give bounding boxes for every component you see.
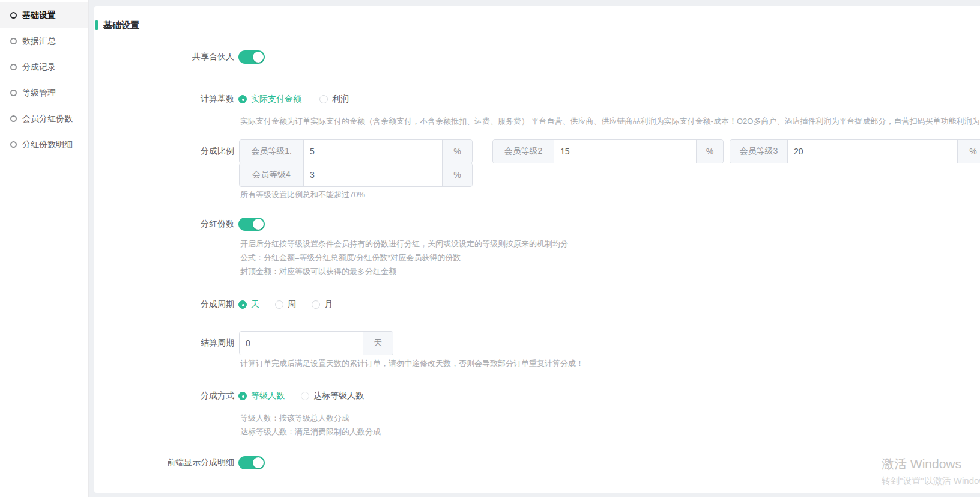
dividend-shares-description-1: 开启后分红按等级设置条件会员持有的份数进行分红，关闭或没设定的等级则按原来的机制… (240, 239, 568, 249)
radio-qualified-level-headcount[interactable]: 达标等级人数 (301, 391, 364, 401)
dividend-shares-toggle[interactable] (238, 218, 265, 231)
day-suffix: 天 (363, 332, 393, 355)
sidebar-item-label: 会员分红份数 (22, 114, 73, 124)
ratio-input-level1[interactable] (304, 140, 442, 163)
ratio-note: 所有等级设置比例总和不能超过70% (240, 189, 365, 200)
toggle-knob-icon (253, 52, 264, 63)
radio-actual-paid-amount[interactable]: 实际支付金额 (238, 94, 311, 105)
ratio-input-level3[interactable] (788, 140, 957, 163)
sidebar-item-member-dividend-shares[interactable]: 会员分红份数 (0, 106, 88, 132)
radio-week[interactable]: 周 (275, 299, 297, 310)
sidebar-item-basic-settings[interactable]: 基础设置 (0, 2, 88, 28)
settle-cycle-input[interactable] (240, 332, 363, 355)
radio-label: 天 (251, 299, 261, 310)
radio-icon (238, 392, 247, 400)
sidebar-item-dividend-share-details[interactable]: 分红份数明细 (0, 132, 88, 157)
settle-cycle-note: 计算订单完成后满足设置天数的累计订单，请勿中途修改天数，否则会导致部分订单重复计… (240, 358, 584, 369)
ratio-field-level1: 会员等级1. % (239, 139, 473, 163)
radio-day[interactable]: 天 (238, 299, 261, 310)
radio-icon (312, 300, 320, 309)
sidebar-item-share-records[interactable]: 分成记录 (0, 54, 88, 80)
settle-cycle-field: 天 (239, 331, 393, 355)
radio-label: 月 (324, 299, 333, 310)
calc-base-row: 计算基数 实际支付金额 利润 (94, 92, 980, 106)
ratio-field-prefix: 会员等级3 (730, 140, 788, 163)
method-row: 分成方式 等级人数 达标等级人数 (94, 389, 980, 403)
dividend-shares-description-3: 封顶金额：对应等级可以获得的最多分红金额 (240, 266, 396, 277)
ratio-field-prefix: 会员等级2 (493, 140, 554, 163)
percent-suffix: % (696, 140, 723, 163)
radio-month[interactable]: 月 (312, 299, 333, 310)
radio-level-headcount[interactable]: 等级人数 (238, 391, 287, 401)
front-display-row: 前端显示分成明细 (94, 456, 980, 469)
toggle-knob-icon (253, 219, 264, 230)
percent-suffix: % (957, 140, 980, 163)
ratio-field-prefix: 会员等级4 (240, 163, 304, 186)
ratio-label: 分成比例 (94, 139, 234, 163)
ratio-field-level4: 会员等级4 % (239, 163, 473, 187)
toggle-knob-icon (253, 457, 264, 468)
ratio-row-1: 分成比例 会员等级1. % 会员等级2 % 会员等级3 % (94, 139, 980, 163)
percent-suffix: % (442, 140, 472, 163)
ratio-input-level2[interactable] (554, 140, 696, 163)
card-header: 基础设置 (95, 20, 139, 31)
front-display-toggle[interactable] (238, 456, 265, 469)
sidebar-item-label: 等级管理 (22, 88, 56, 99)
calc-base-description: 实际支付金额为订单实际支付的金额（含余额支付，不含余额抵扣、运费、服务费） 平台… (240, 116, 980, 127)
radio-label: 实际支付金额 (251, 94, 311, 105)
settings-card: 基础设置 共享合伙人 计算基数 实际支付金额 利润 实际支付金额 (94, 6, 980, 493)
radio-label: 周 (288, 299, 297, 310)
method-description-2: 达标等级人数：满足消费限制的人数分成 (240, 427, 381, 438)
radio-icon (275, 300, 283, 309)
circle-icon (10, 38, 17, 44)
dividend-shares-row: 分红份数 (94, 218, 980, 231)
dividend-shares-label: 分红份数 (94, 218, 234, 231)
sidebar-item-label: 数据汇总 (22, 36, 56, 47)
circle-icon (10, 90, 17, 96)
accent-bar-icon (95, 20, 98, 30)
radio-icon (319, 95, 328, 103)
share-partner-toggle[interactable] (238, 50, 265, 64)
radio-label: 达标等级人数 (313, 391, 364, 401)
method-label: 分成方式 (94, 389, 234, 403)
method-description-1: 等级人数：按该等级总人数分成 (240, 413, 349, 424)
radio-profit[interactable]: 利润 (319, 94, 349, 105)
circle-icon (10, 64, 17, 70)
circle-icon (10, 141, 17, 148)
share-partner-label: 共享合伙人 (94, 50, 234, 64)
sidebar-item-label: 分成记录 (22, 62, 56, 73)
front-display-label: 前端显示分成明细 (94, 456, 234, 469)
calc-base-label: 计算基数 (94, 92, 234, 106)
radio-icon (238, 300, 247, 309)
circle-icon (10, 12, 17, 19)
settle-cycle-label: 结算周期 (94, 331, 234, 355)
ratio-field-prefix: 会员等级1. (240, 140, 304, 163)
sidebar-item-level-management[interactable]: 等级管理 (0, 80, 88, 106)
percent-suffix: % (442, 163, 472, 186)
ratio-field-level3: 会员等级3 % (730, 139, 980, 163)
radio-label: 利润 (332, 94, 349, 105)
sidebar-item-label: 分红份数明细 (22, 139, 73, 150)
settle-cycle-row: 结算周期 天 (94, 331, 980, 355)
sidebar-item-label: 基础设置 (22, 10, 56, 21)
cycle-label: 分成周期 (94, 297, 234, 312)
screen: 基础设置 数据汇总 分成记录 等级管理 会员分红份数 分红份数明细 基础设置 (0, 0, 980, 497)
page-title: 基础设置 (103, 20, 139, 31)
ratio-row-2: 会员等级4 % (94, 163, 980, 187)
radio-label: 等级人数 (251, 391, 287, 401)
ratio-input-level4[interactable] (304, 163, 442, 186)
sidebar-item-data-summary[interactable]: 数据汇总 (0, 28, 88, 54)
dividend-shares-description-2: 公式：分红金额=等级分红总额度/分红份数*对应会员获得的份数 (240, 252, 461, 263)
radio-icon (301, 392, 309, 400)
radio-icon (238, 95, 247, 103)
share-partner-row: 共享合伙人 (94, 50, 980, 64)
circle-icon (10, 115, 17, 122)
cycle-row: 分成周期 天 周 月 (94, 297, 980, 312)
ratio-field-level2: 会员等级2 % (492, 139, 724, 163)
sidebar: 基础设置 数据汇总 分成记录 等级管理 会员分红份数 分红份数明细 (0, 0, 89, 497)
